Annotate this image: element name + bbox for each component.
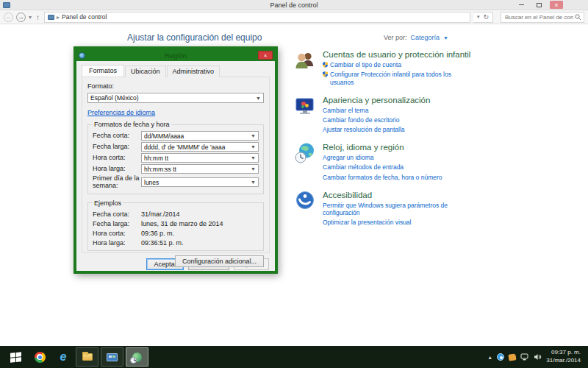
speaker-icon[interactable]: [534, 353, 542, 361]
link-optimize-visual[interactable]: Optimizar la presentación visual: [323, 219, 456, 227]
long-date-label: Fecha larga:: [93, 144, 141, 151]
link-label: Agregar un idioma: [323, 154, 373, 162]
category-clock-language-region: Reloj, idioma y región Agregar un idioma…: [294, 142, 478, 183]
long-date-select[interactable]: dddd, d' de 'MMMM' de 'aaaa ▼: [141, 142, 259, 152]
link-adjust-resolution[interactable]: Ajustar resolución de pantalla: [323, 126, 456, 134]
link-change-date-time-formats[interactable]: Cambiar formatos de fecha, hora o número: [323, 174, 456, 182]
format-select[interactable]: Español (México) ▼: [87, 93, 264, 103]
address-bar-tools: ▾ ↻: [473, 12, 493, 23]
control-panel-mini-icon: [48, 15, 54, 20]
chevron-down-icon: ▼: [254, 96, 261, 101]
close-window-button[interactable]: ×: [550, 1, 563, 9]
minimize-button[interactable]: [514, 1, 528, 9]
link-change-wallpaper[interactable]: Cambiar fondo de escritorio: [323, 116, 456, 124]
page-title: Ajustar la configuración del equipo: [127, 32, 262, 43]
additional-settings-button[interactable]: Configuración adicional...: [175, 255, 264, 267]
internet-explorer-taskbar-button[interactable]: e: [53, 347, 74, 367]
forward-button[interactable]: →: [16, 13, 26, 22]
example-long-date-value: lunes, 31 de marzo de 2014: [141, 220, 223, 227]
link-label: Optimizar la presentación visual: [323, 219, 411, 227]
link-label: Configurar Protección infantil para todo…: [330, 71, 456, 86]
address-dropdown-icon[interactable]: ▾: [477, 14, 480, 20]
view-by-label: Ver por:: [384, 34, 407, 41]
tray-alert-icon[interactable]: [509, 353, 517, 361]
category-title-accessibility[interactable]: Accesibilidad: [323, 191, 456, 199]
tray-app-blue-icon[interactable]: [497, 353, 504, 361]
region-taskbar-button[interactable]: [126, 347, 148, 367]
chevron-down-icon: ▼: [248, 144, 256, 149]
link-parental-controls[interactable]: Configurar Protección infantil para todo…: [323, 71, 456, 86]
category-title-appearance[interactable]: Apariencia y personalización: [323, 96, 456, 105]
first-day-select[interactable]: lunes ▼: [141, 177, 259, 187]
link-change-theme[interactable]: Cambiar el tema: [323, 107, 456, 115]
chevron-down-icon: ▼: [248, 155, 256, 160]
dialog-tabs: Formatos Ubicación Administrativo: [76, 61, 275, 77]
language-preferences-link[interactable]: Preferencias de idioma: [87, 109, 155, 116]
example-short-date-value: 31/mar./2014: [141, 210, 180, 218]
category-user-accounts: Cuentas de usuario y protección infantil…: [294, 49, 478, 88]
link-windows-suggest-settings[interactable]: Permitir que Windows sugiera parámetros …: [323, 202, 456, 217]
network-icon[interactable]: [520, 353, 529, 361]
address-bar[interactable]: ▸ Panel de control: [44, 12, 470, 23]
chrome-icon: [35, 352, 46, 363]
link-label: Cambiar formatos de fecha, hora o número: [323, 174, 442, 182]
show-hidden-icons-button[interactable]: ▲: [487, 355, 492, 360]
category-appearance: Apariencia y personalización Cambiar el …: [294, 95, 478, 135]
short-date-label: Fecha corta:: [93, 132, 141, 140]
category-body: Accesibilidad Permitir que Windows sugie…: [323, 190, 456, 229]
long-time-select[interactable]: hh:mm:ss tt ▼: [141, 164, 259, 174]
region-dialog: Región × Formatos Ubicación Administrati…: [74, 46, 278, 274]
breadcrumb[interactable]: Panel de control: [62, 13, 107, 21]
short-date-row: Fecha corta: dd/MMM/aaaa ▼: [93, 131, 259, 141]
refresh-icon[interactable]: ↻: [483, 13, 489, 21]
tab-formatos[interactable]: Formatos: [82, 65, 124, 77]
maximize-button[interactable]: [532, 1, 545, 9]
history-dropdown-icon[interactable]: ▾: [29, 14, 32, 21]
long-date-value: dddd, d' de 'MMMM' de 'aaaa: [144, 144, 248, 151]
accessibility-icon[interactable]: [294, 190, 316, 212]
tab-ubicacion[interactable]: Ubicación: [125, 66, 166, 77]
link-change-input-methods[interactable]: Cambiar métodos de entrada: [323, 163, 456, 171]
start-button[interactable]: [4, 347, 26, 367]
category-body: Cuentas de usuario y protección infantil…: [323, 49, 470, 88]
search-box[interactable]: [501, 12, 584, 23]
examples-title: Ejemplos: [93, 199, 123, 207]
category-body: Apariencia y personalización Cambiar el …: [323, 95, 456, 135]
file-explorer-taskbar-button[interactable]: [76, 347, 98, 367]
short-time-row: Hora corta: hh:mm tt ▼: [93, 153, 259, 163]
taskbar-clock[interactable]: 09:37 p. m. 31/mar./2014: [546, 349, 581, 365]
link-add-language[interactable]: Agregar un idioma: [323, 154, 456, 162]
tab-administrativo[interactable]: Administrativo: [167, 66, 220, 77]
breadcrumb-chevron-icon: ▸: [57, 14, 60, 21]
example-short-date-row: Fecha corta: 31/mar./2014: [93, 210, 259, 218]
search-input[interactable]: [503, 13, 575, 21]
long-time-value: hh:mm:ss tt: [144, 166, 248, 173]
up-button[interactable]: ↑: [36, 13, 40, 21]
view-by-value[interactable]: Categoría: [411, 34, 440, 41]
short-date-value: dd/MMM/aaaa: [144, 132, 248, 140]
format-label: Formato:: [87, 82, 264, 90]
short-time-value: hh:mm tt: [144, 155, 248, 162]
date-time-formats-group: Formatos de fecha y hora Fecha corta: dd…: [87, 121, 264, 194]
link-label: Ajustar resolución de pantalla: [323, 126, 405, 134]
appearance-icon[interactable]: [294, 95, 316, 117]
chevron-down-icon: ▼: [248, 133, 256, 138]
chrome-taskbar-button[interactable]: [29, 347, 50, 367]
clock-language-icon[interactable]: [294, 142, 316, 164]
users-icon[interactable]: [294, 49, 316, 71]
link-change-account-type[interactable]: Cambiar el tipo de cuenta: [323, 61, 456, 69]
back-button[interactable]: ←: [4, 13, 13, 22]
short-time-select[interactable]: hh:mm tt ▼: [141, 153, 259, 163]
category-title-clock-language[interactable]: Reloj, idioma y región: [323, 143, 456, 152]
examples-group: Ejemplos Fecha corta: 31/mar./2014 Fecha…: [87, 199, 264, 251]
region-dialog-titlebar[interactable]: Región ×: [76, 49, 275, 61]
control-panel-taskbar-button[interactable]: [101, 347, 123, 367]
dialog-close-button[interactable]: ×: [258, 51, 273, 60]
chevron-down-icon: ▼: [248, 180, 256, 185]
short-date-select[interactable]: dd/MMM/aaaa ▼: [141, 131, 259, 141]
view-by-dropdown-icon[interactable]: ▼: [443, 35, 448, 40]
example-long-date-row: Fecha larga: lunes, 31 de marzo de 2014: [93, 220, 259, 227]
folder-icon: [82, 353, 93, 361]
category-title-user-accounts[interactable]: Cuentas de usuario y protección infantil: [323, 50, 470, 59]
maximize-icon: [537, 3, 542, 7]
